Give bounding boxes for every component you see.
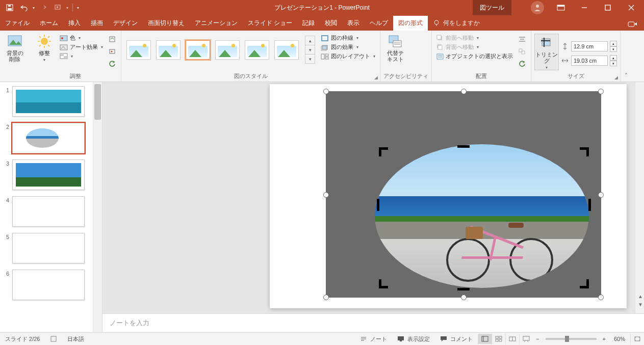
qat-customize-icon[interactable]: ▾ <box>77 6 79 10</box>
corrections-button[interactable]: 修整▾ <box>33 33 56 63</box>
zoom-percentage[interactable]: 60% <box>609 336 630 342</box>
resize-handle[interactable] <box>598 192 604 198</box>
start-from-beginning-icon[interactable] <box>52 2 63 13</box>
notes-pane[interactable]: ノートを入力 <box>102 313 644 332</box>
style-item[interactable] <box>215 40 240 60</box>
slide-thumbnail[interactable]: 3 <box>2 160 91 190</box>
width-spinner[interactable]: ▴▾ <box>610 55 617 66</box>
picture-border-button[interactable]: 図の枠線▾ <box>319 34 377 42</box>
save-icon[interactable] <box>4 2 15 13</box>
slide-counter[interactable]: スライド 2/26 <box>0 335 45 343</box>
zoom-slider[interactable] <box>546 338 597 340</box>
tab-picture-format[interactable]: 図の形式 <box>393 16 428 31</box>
style-item[interactable] <box>245 40 269 60</box>
slide-thumbnail[interactable]: 5 <box>2 233 91 263</box>
qat-dropdown-icon[interactable]: ▾ <box>66 6 68 10</box>
tell-me-search[interactable]: 何をしますか <box>428 16 485 31</box>
compress-pictures-button[interactable] <box>107 34 118 45</box>
picture-styles-gallery[interactable]: ▴▾▾ <box>124 33 317 67</box>
remove-background-button[interactable]: 背景の削除 <box>3 33 27 62</box>
tab-record[interactable]: 記録 <box>297 16 320 31</box>
alt-text-button[interactable]: 代替テキスト <box>383 33 407 62</box>
tab-animations[interactable]: アニメーション <box>190 16 243 31</box>
group-objects-button[interactable] <box>517 46 528 57</box>
gallery-more-button[interactable]: ▴▾▾ <box>305 36 315 64</box>
slide-thumbnail[interactable]: 1 <box>2 86 91 117</box>
resize-handle[interactable] <box>323 89 329 94</box>
style-item-selected[interactable] <box>186 40 210 60</box>
spellcheck-icon[interactable] <box>45 335 62 342</box>
account-avatar[interactable] <box>531 1 544 14</box>
picture-effects-button[interactable]: 図の効果▾ <box>319 43 377 51</box>
reset-picture-button[interactable] <box>107 58 118 69</box>
crop-handle[interactable] <box>377 199 379 211</box>
tab-file[interactable]: ファイル <box>0 16 35 31</box>
styles-dialog-launcher[interactable]: ◢ <box>373 74 379 81</box>
style-item[interactable] <box>126 40 151 60</box>
normal-view-button[interactable] <box>478 334 492 344</box>
fit-to-window-button[interactable] <box>630 334 644 344</box>
resize-handle[interactable] <box>598 89 604 94</box>
zoom-in-button[interactable]: + <box>600 336 609 342</box>
slide-thumbnail-selected[interactable]: 2 <box>2 123 91 153</box>
tab-home[interactable]: ホーム <box>35 16 63 31</box>
tab-design[interactable]: デザイン <box>108 16 143 31</box>
thumbnails-scrollbar[interactable] <box>93 82 102 332</box>
align-button[interactable] <box>517 34 528 45</box>
shape-height-input[interactable]: 12.9 cm <box>571 41 608 51</box>
tab-draw[interactable]: 描画 <box>86 16 108 31</box>
collapse-ribbon-button[interactable]: ˄ <box>621 31 632 82</box>
display-settings-button[interactable]: 表示設定 <box>392 335 435 343</box>
resize-handle[interactable] <box>323 295 329 300</box>
tab-slideshow[interactable]: スライド ショー <box>243 16 297 31</box>
crop-handle[interactable] <box>379 279 381 288</box>
resize-handle[interactable] <box>323 192 329 198</box>
ribbon-display-options-icon[interactable] <box>550 0 572 15</box>
zoom-out-button[interactable]: − <box>533 336 542 342</box>
share-button[interactable] <box>621 17 644 31</box>
minimize-button[interactable] <box>574 0 595 15</box>
artistic-effects-button[interactable]: アート効果▾ <box>58 43 105 51</box>
slide-thumbnail[interactable]: 4 <box>2 196 91 227</box>
crop-handle[interactable] <box>588 199 591 211</box>
slide-sorter-view-button[interactable] <box>492 334 505 344</box>
maximize-button[interactable] <box>597 0 619 15</box>
comments-button[interactable]: コメント <box>435 335 478 343</box>
bring-forward-button[interactable]: 前面へ移動▾ <box>435 34 514 42</box>
prev-slide-button[interactable]: ▲ <box>638 294 643 299</box>
reading-view-button[interactable] <box>505 334 519 344</box>
undo-icon[interactable] <box>18 2 30 13</box>
size-dialog-launcher[interactable]: ◢ <box>613 74 619 81</box>
selection-pane-button[interactable]: オブジェクトの選択と表示 <box>435 52 514 61</box>
next-slide-button[interactable]: ▼ <box>638 302 643 307</box>
color-button[interactable]: 色▾ <box>58 34 105 42</box>
undo-dropdown-icon[interactable]: ▾ <box>33 6 35 10</box>
change-picture-button[interactable] <box>107 46 118 57</box>
close-button[interactable] <box>621 0 642 15</box>
crop-button[interactable]: トリミング▾ <box>534 34 559 71</box>
tab-view[interactable]: 表示 <box>342 16 365 31</box>
editor-scrollbar[interactable]: ▲ ▼ <box>635 82 644 313</box>
slide-thumbnail[interactable]: 6 <box>2 270 91 300</box>
send-backward-button[interactable]: 背面へ移動▾ <box>435 43 514 51</box>
crop-handle[interactable] <box>586 147 589 156</box>
tab-insert[interactable]: 挿入 <box>63 16 86 31</box>
crop-handle[interactable] <box>457 145 470 148</box>
crop-handle[interactable] <box>586 279 589 288</box>
style-item[interactable] <box>274 40 299 60</box>
height-spinner[interactable]: ▴▾ <box>610 41 617 52</box>
rotate-button[interactable] <box>517 58 528 69</box>
resize-handle[interactable] <box>461 295 467 300</box>
crop-handle[interactable] <box>457 288 470 290</box>
transparency-button[interactable]: ▾ <box>58 52 105 60</box>
resize-handle[interactable] <box>598 295 604 300</box>
tab-help[interactable]: ヘルプ <box>365 16 393 31</box>
shape-width-input[interactable]: 19.03 cm <box>571 56 608 66</box>
slideshow-view-button[interactable] <box>519 334 533 344</box>
tab-transitions[interactable]: 画面切り替え <box>143 16 190 31</box>
style-item[interactable] <box>156 40 181 60</box>
crop-handle[interactable] <box>379 147 381 156</box>
tab-review[interactable]: 校閲 <box>320 16 342 31</box>
picture-object[interactable] <box>326 91 601 298</box>
notes-toggle[interactable]: ノート <box>355 335 392 343</box>
